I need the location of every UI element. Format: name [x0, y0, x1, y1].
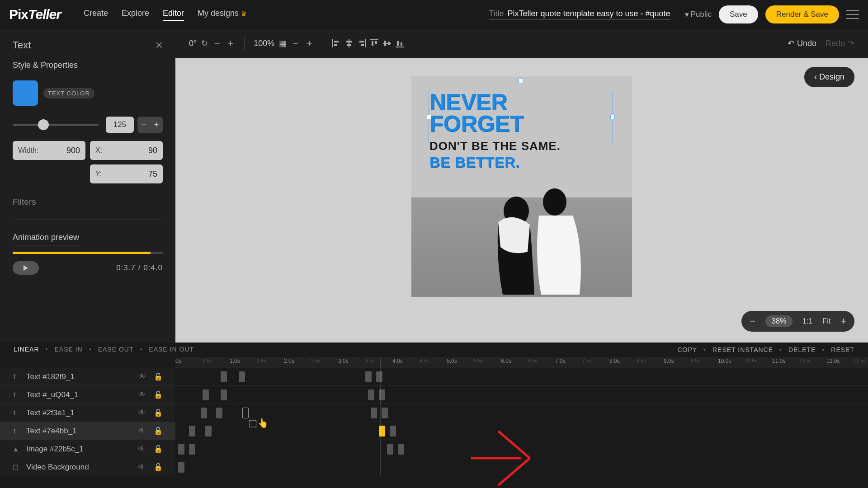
track-row[interactable] — [175, 458, 868, 476]
keyframe[interactable] — [216, 408, 222, 418]
visibility-icon[interactable]: 👁 — [138, 409, 146, 417]
align-middle-icon[interactable] — [383, 39, 391, 47]
keyframe[interactable] — [189, 426, 195, 436]
animation-progress[interactable] — [13, 252, 163, 254]
visibility-dropdown[interactable]: ▾ Public — [685, 10, 712, 19]
rotation-plus[interactable]: + — [226, 38, 235, 49]
keyframe[interactable] — [382, 408, 388, 418]
timeline-ruler[interactable]: 0s1.0s2.0s3.0s4.0s5.0s6.0s7.0s8.0s9.0s10… — [175, 357, 868, 368]
timeline-layer[interactable]: TText #2f3e1_1👁🔓 — [0, 404, 175, 422]
keyframe[interactable] — [390, 426, 396, 436]
filters-heading[interactable]: Filters — [13, 197, 163, 207]
timeline-reset-instance[interactable]: RESET INSTANCE — [712, 346, 773, 353]
lock-icon[interactable]: 🔓 — [154, 445, 163, 453]
ease-in[interactable]: EASE IN — [54, 346, 82, 354]
align-bottom-icon[interactable] — [396, 39, 404, 47]
menu-icon[interactable] — [846, 10, 859, 19]
zoom-11-button[interactable]: 1:1 — [802, 317, 812, 325]
keyframe[interactable] — [201, 408, 207, 418]
keyframe[interactable] — [398, 444, 404, 455]
lock-icon[interactable]: 🔓 — [154, 408, 163, 417]
keyframe[interactable] — [379, 389, 385, 400]
selection-box[interactable] — [429, 91, 613, 143]
visibility-icon[interactable]: 👁 — [138, 463, 146, 471]
nav-explore[interactable]: Explore — [122, 9, 149, 21]
keyframe[interactable] — [221, 371, 227, 382]
visibility-icon[interactable]: 👁 — [138, 373, 146, 381]
align-right-icon[interactable] — [358, 39, 366, 47]
opacity-plus[interactable]: + — [305, 38, 314, 49]
timeline-layer[interactable]: ▲Image #22b5c_1👁🔓 — [0, 440, 175, 458]
resize-handle-right[interactable] — [610, 115, 615, 119]
lock-icon[interactable]: 🔓 — [154, 390, 163, 399]
keyframe[interactable] — [178, 444, 184, 455]
track-row[interactable] — [175, 440, 868, 458]
opacity-minus[interactable]: − — [291, 38, 300, 49]
ease-in-out[interactable]: EASE IN OUT — [149, 346, 194, 354]
keyframe[interactable] — [205, 426, 212, 436]
canvas[interactable]: NEVER FORGET DON'T BE THE SAME. BE BETTE… — [411, 76, 632, 297]
keyframe[interactable] — [189, 444, 195, 455]
rotation-minus[interactable]: − — [212, 38, 222, 49]
keyframe[interactable] — [221, 389, 227, 400]
visibility-icon[interactable]: 👁 — [138, 427, 146, 435]
visibility-icon[interactable]: 👁 — [138, 391, 146, 399]
lock-icon[interactable]: 🔓 — [154, 372, 163, 381]
timeline-layer[interactable]: TText #182f9_1👁🔓 — [0, 368, 175, 386]
zoom-percent[interactable]: 38% — [765, 315, 793, 327]
zoom-fit-button[interactable]: Fit — [822, 317, 830, 325]
keyframe[interactable] — [371, 408, 377, 418]
keyframe[interactable] — [379, 426, 385, 436]
playhead[interactable] — [381, 357, 381, 476]
render-save-button[interactable]: Render & Save — [765, 5, 839, 23]
track-row[interactable] — [175, 386, 868, 404]
zoom-in-button[interactable]: + — [840, 315, 846, 327]
quote-line-4[interactable]: BE BETTER. — [429, 154, 561, 171]
align-top-icon[interactable] — [370, 39, 378, 47]
timeline-layer[interactable]: TText #_uQ04_1👁🔓 — [0, 386, 175, 404]
keyframe[interactable] — [203, 389, 209, 400]
keyframe[interactable] — [376, 371, 382, 382]
x-input[interactable]: X:90 — [90, 141, 163, 160]
keyframe[interactable] — [242, 408, 249, 418]
rotate-handle[interactable] — [519, 79, 523, 83]
title-section[interactable]: Title PixTeller quote template easy to u… — [489, 9, 670, 20]
slider-thumb[interactable] — [38, 119, 49, 130]
track-row[interactable] — [175, 404, 868, 422]
nav-my-designs[interactable]: My designs ♛ — [198, 9, 247, 21]
lock-icon[interactable]: 🔓 — [154, 427, 163, 435]
timeline-copy[interactable]: COPY — [677, 346, 697, 353]
save-button[interactable]: Save — [719, 5, 758, 23]
ease-out[interactable]: EASE OUT — [98, 346, 134, 354]
text-color-swatch[interactable] — [13, 80, 38, 106]
undo-button[interactable]: ↶Undo — [788, 38, 816, 48]
keyframe[interactable] — [387, 444, 393, 455]
visibility-icon[interactable]: 👁 — [138, 445, 146, 453]
align-center-icon[interactable] — [345, 39, 353, 47]
timeline-tracks[interactable]: ⬚👆 — [175, 368, 868, 476]
width-input[interactable]: Width:900 — [13, 141, 85, 160]
nav-create[interactable]: Create — [84, 9, 108, 21]
zoom-out-button[interactable]: − — [750, 315, 755, 327]
font-size-slider[interactable] — [13, 124, 99, 126]
logo[interactable]: PixTeller — [9, 7, 61, 22]
resize-handle-left[interactable] — [427, 115, 431, 119]
timeline-layer[interactable]: TText #7e4bb_1👁🔓 — [0, 422, 175, 440]
play-button[interactable] — [13, 261, 39, 275]
keyframe[interactable] — [239, 371, 245, 382]
track-row[interactable] — [175, 422, 868, 440]
keyframe[interactable] — [178, 462, 184, 473]
track-row[interactable] — [175, 368, 868, 386]
design-mode-button[interactable]: ‹ Design — [804, 67, 854, 87]
keyframe[interactable] — [368, 389, 374, 400]
timeline-layer[interactable]: ☐Video Background👁🔓 — [0, 458, 175, 476]
opacity-icon[interactable]: ▦ — [279, 38, 287, 48]
timeline-delete[interactable]: DELETE — [788, 346, 816, 353]
font-size-input[interactable] — [106, 117, 134, 133]
align-left-icon[interactable] — [332, 39, 340, 47]
rotate-icon[interactable]: ↻ — [201, 38, 208, 48]
y-input[interactable]: Y:75 — [90, 164, 163, 183]
close-icon[interactable]: × — [156, 38, 163, 52]
font-size-minus[interactable]: − — [137, 117, 150, 133]
font-size-plus[interactable]: + — [150, 117, 163, 133]
